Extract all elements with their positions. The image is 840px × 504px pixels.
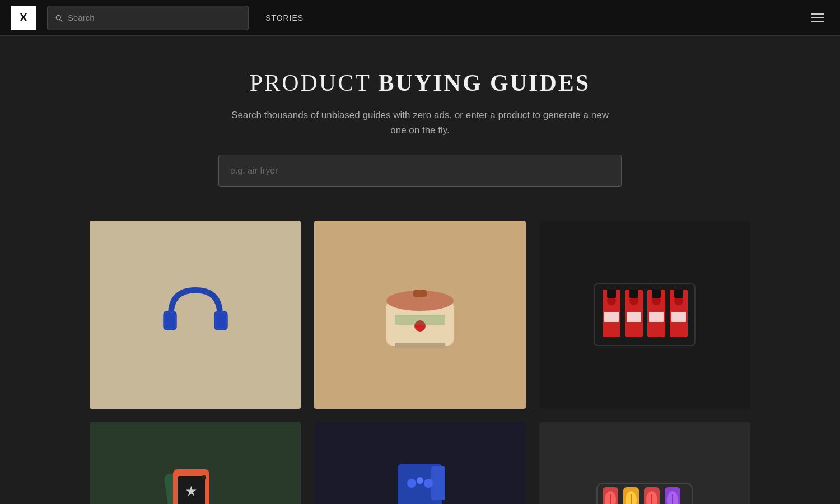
svg-rect-28 [649, 312, 664, 322]
card-phonecases[interactable]: Best Phone Cases 2024 Protect your phone… [90, 422, 301, 504]
svg-rect-8 [413, 290, 427, 297]
card-headphones[interactable]: A Comprehensive Guide to Buying Bluetoot… [90, 221, 301, 409]
svg-rect-36 [431, 466, 445, 500]
header-search-wrapper [47, 6, 249, 30]
svg-rect-19 [629, 290, 638, 298]
card-image-slowcooker [314, 221, 525, 409]
nav-stories[interactable]: STORIES [265, 13, 304, 22]
logo[interactable]: X [11, 6, 36, 30]
svg-point-34 [202, 475, 206, 480]
hamburger-line-3 [811, 21, 824, 22]
svg-rect-29 [671, 312, 686, 322]
hero-subtitle: Search thousands of unbiased guides with… [224, 108, 616, 138]
svg-rect-16 [607, 290, 616, 298]
card-image-carorganizer [539, 221, 750, 409]
hamburger-line-2 [811, 17, 824, 18]
search-icon [54, 13, 63, 22]
hero-section: PRODUCT BUYING GUIDES Search thousands o… [0, 36, 840, 209]
cards-section: A Comprehensive Guide to Buying Bluetoot… [0, 209, 840, 504]
svg-rect-26 [604, 312, 619, 322]
page-title: PRODUCT BUYING GUIDES [11, 69, 829, 96]
svg-rect-22 [652, 290, 661, 298]
card-carorganizer[interactable]: How to Choose the Best Car Organizer for… [539, 221, 750, 409]
card-image-coffee [314, 422, 525, 504]
svg-point-42 [407, 479, 416, 488]
card-slowcooker[interactable]: How to Choose the Right Slow Cooker for … [314, 221, 525, 409]
search-input[interactable] [68, 13, 241, 22]
title-part2: BUYING GUIDES [379, 70, 591, 96]
svg-rect-11 [395, 315, 445, 325]
cards-grid: A Comprehensive Guide to Buying Bluetoot… [90, 221, 750, 504]
svg-rect-5 [215, 312, 227, 330]
svg-rect-25 [674, 290, 683, 298]
svg-point-43 [417, 477, 423, 484]
hamburger-button[interactable] [806, 9, 829, 27]
card-pillorganizer[interactable]: Best Pill Organizers for Daily Use Stay … [539, 422, 750, 504]
card-image-headphones [90, 221, 301, 409]
svg-rect-4 [164, 312, 176, 330]
svg-point-44 [424, 479, 433, 488]
hamburger-line-1 [811, 13, 824, 15]
svg-rect-10 [395, 343, 445, 348]
svg-rect-27 [627, 312, 641, 322]
card-image-pillorganizer [539, 422, 750, 504]
hero-search-input[interactable] [218, 155, 622, 187]
title-part1: PRODUCT [250, 70, 379, 96]
card-image-phonecases [90, 422, 301, 504]
card-coffee[interactable]: Best Espresso Machines for Home Use From… [314, 422, 525, 504]
header: X STORIES [0, 0, 840, 36]
main-nav: STORIES [265, 13, 304, 22]
